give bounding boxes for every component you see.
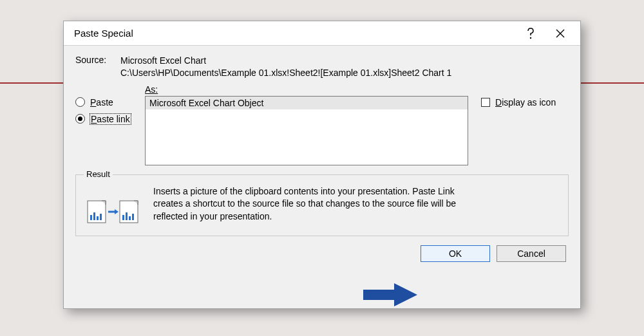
radio-paste[interactable]: Paste [75, 97, 145, 107]
svg-rect-4 [97, 216, 99, 220]
close-icon [556, 29, 565, 38]
as-listbox[interactable]: Microsoft Excel Chart Object [145, 96, 468, 165]
button-row: OK Cancel [75, 245, 569, 262]
paste-link-icon [86, 194, 140, 225]
source-label: Source: [75, 55, 120, 65]
svg-point-0 [530, 37, 531, 38]
radio-paste-link[interactable]: Paste link [75, 114, 145, 124]
list-item[interactable]: Microsoft Excel Chart Object [146, 97, 468, 109]
close-button[interactable] [545, 21, 575, 46]
svg-rect-10 [132, 214, 134, 220]
help-icon [527, 28, 535, 39]
radio-icon [75, 114, 85, 124]
radio-paste-link-label: Paste link [90, 114, 131, 124]
paste-mode-group: Paste Paste link [75, 84, 145, 124]
source-line-1: Microsoft Excel Chart [120, 55, 206, 66]
source-text: Microsoft Excel Chart C:\Users\HP\Docume… [120, 55, 569, 79]
display-as-icon-label: Display as icon [495, 97, 556, 107]
checkbox-icon [481, 98, 490, 107]
svg-rect-9 [129, 216, 131, 220]
svg-rect-5 [100, 214, 102, 220]
svg-rect-7 [122, 215, 124, 220]
dialog-title: Paste Special [74, 28, 516, 39]
cancel-button[interactable]: Cancel [497, 245, 566, 262]
svg-rect-2 [90, 215, 92, 220]
right-column: Display as icon [468, 84, 569, 107]
result-box: Result [75, 174, 569, 236]
result-inner: Inserts a picture of the clipboard conte… [86, 185, 558, 225]
display-as-icon-row[interactable]: Display as icon [481, 97, 569, 107]
result-legend: Result [84, 169, 113, 179]
title-bar: Paste Special [64, 21, 580, 46]
ok-button[interactable]: OK [421, 245, 490, 262]
as-label: As: [145, 84, 468, 95]
result-description: Inserts a picture of the clipboard conte… [153, 185, 462, 223]
help-button[interactable] [516, 21, 545, 46]
source-row: Source: Microsoft Excel Chart C:\Users\H… [75, 55, 569, 79]
radio-icon [75, 97, 85, 107]
svg-rect-8 [126, 212, 128, 220]
dialog-content: Source: Microsoft Excel Chart C:\Users\H… [64, 46, 580, 268]
svg-rect-3 [93, 212, 95, 220]
paste-special-dialog: Paste Special Source: Microsoft Excel Ch… [63, 21, 581, 309]
as-column: As: Microsoft Excel Chart Object [145, 84, 468, 165]
radio-paste-label: Paste [90, 97, 113, 107]
source-line-2: C:\Users\HP\Documents\Example 01.xlsx!Sh… [120, 68, 451, 78]
main-row: Paste Paste link As: Microsoft Excel Cha… [75, 84, 569, 165]
